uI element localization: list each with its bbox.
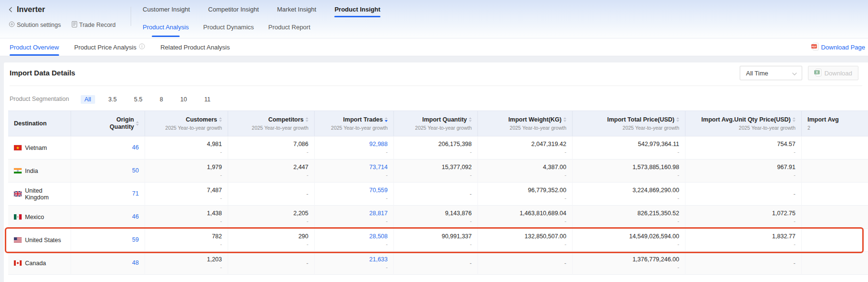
time-range-select[interactable]: All Time (740, 66, 802, 80)
growth-value: - (794, 241, 795, 248)
metric-value[interactable]: 70,559 (369, 186, 388, 195)
metric-cell: - (478, 252, 573, 275)
table-row-canada[interactable]: Canada481,203--21,633---1,376,779,246.00… (8, 252, 868, 275)
sort-icon[interactable] (136, 121, 139, 126)
metric-value[interactable]: 73,714 (369, 163, 388, 172)
download-page-button[interactable]: PDF Download Page (811, 38, 865, 56)
sort-icon[interactable] (469, 117, 472, 122)
sort-icon[interactable] (385, 117, 388, 122)
metric-cell (802, 252, 868, 275)
table-row-mexico[interactable]: Mexico461,438-2,205-28,817-9,143,876-1,4… (8, 206, 868, 229)
tab-product-overview[interactable]: Product Overview (10, 38, 59, 56)
origin-quantity-value[interactable]: 59 (132, 236, 139, 244)
quick-links: Solution settings Trade Record (9, 21, 116, 29)
metric-value: 1,438 (207, 209, 222, 218)
metric-cell (802, 136, 868, 159)
trade-record-link[interactable]: Trade Record (72, 21, 116, 29)
sort-asc-icon[interactable] (306, 117, 308, 119)
growth-value: - (677, 264, 679, 271)
metric-value: 1,203 (207, 256, 222, 264)
column-header-import-avg: Import Avg2 (802, 111, 868, 136)
sort-desc-icon[interactable] (676, 120, 679, 122)
destination-label: United Kingdom (25, 187, 65, 201)
metric-value: 7,487 (207, 186, 222, 195)
tab-related-product-analysis[interactable]: Related Product Analysis (160, 38, 230, 56)
sort-asc-icon[interactable] (385, 117, 388, 119)
sort-desc-icon[interactable] (793, 120, 795, 122)
metric-value: 206,175,398 (438, 140, 472, 148)
column-header-import-avg-unit-qty-price-usd: Import Avg.Unit Qty Price(USD)2025 Year-… (685, 111, 802, 136)
growth-value: - (677, 218, 679, 225)
segmentation-option-8[interactable]: 8 (156, 95, 167, 104)
growth-value: - (386, 195, 388, 202)
origin-quantity-value[interactable]: 50 (132, 167, 139, 175)
divider (10, 86, 862, 86)
sort-desc-icon[interactable] (469, 120, 472, 122)
growth-value: - (306, 172, 308, 179)
tab-product-analysis[interactable]: Product Analysis (143, 22, 189, 33)
download-button[interactable]: X Download (808, 66, 858, 80)
sort-icon[interactable] (306, 117, 308, 122)
excel-icon: X (814, 69, 821, 78)
tab-customer-insight[interactable]: Customer Insight (143, 4, 190, 15)
sort-icon[interactable] (676, 117, 679, 122)
segmentation-option-11[interactable]: 11 (200, 95, 214, 104)
tab-product-insight[interactable]: Product Insight (334, 4, 380, 15)
metric-value[interactable]: 92,988 (369, 140, 388, 148)
sort-desc-icon[interactable] (385, 120, 388, 122)
metric-value: 1,376,779,246.00 (633, 256, 679, 264)
origin-quantity-value[interactable]: 71 (132, 190, 139, 198)
metric-value: 782 (212, 233, 222, 241)
table-row-india[interactable]: India501,979-2,447-73,714-15,377,092-4,3… (8, 159, 868, 183)
tab-product-dynamics[interactable]: Product Dynamics (203, 22, 254, 33)
column-header-import-quantity: Import Quantity2025 Year-to-year growth (394, 111, 478, 136)
sort-desc-icon[interactable] (136, 124, 139, 126)
sort-desc-icon[interactable] (306, 120, 308, 122)
table-row-united-kingdom[interactable]: United Kingdom717,487--70,559--96,779,35… (8, 183, 868, 206)
segmentation-option-10[interactable]: 10 (176, 95, 191, 104)
sort-icon[interactable] (219, 117, 222, 122)
origin-quantity-cell: 71 (71, 183, 145, 206)
origin-quantity-cell: 46 (71, 136, 145, 159)
metric-value[interactable]: 28,508 (369, 233, 388, 241)
metric-cell: 826,215,350.52- (573, 206, 685, 229)
tab-product-price-analysis[interactable]: Product Price Analysis (74, 38, 145, 56)
tab-product-report[interactable]: Product Report (269, 22, 310, 33)
tab-competitor-insight[interactable]: Competitor Insight (208, 4, 259, 15)
table-row-united-states[interactable]: United States59782-290-28,508-90,991,337… (8, 229, 868, 252)
destination-label: Mexico (25, 214, 44, 221)
metric-cell: 1,438- (145, 206, 228, 229)
metric-value: 9,143,876 (445, 209, 472, 218)
sort-icon[interactable] (793, 117, 795, 122)
origin-quantity-value[interactable]: 46 (132, 213, 139, 221)
column-header-competitors: Competitors2025 Year-to-year growth (228, 111, 315, 136)
column-subheader: 2025 Year-to-year growth (252, 124, 308, 131)
sort-asc-icon[interactable] (676, 117, 679, 119)
chevron-down-icon (792, 70, 797, 77)
segmentation-option-all[interactable]: All (81, 95, 95, 104)
table-row-vietnam[interactable]: Vietnam464,981-7,086-92,988-206,175,398-… (8, 136, 868, 159)
sort-asc-icon[interactable] (136, 121, 139, 123)
tab-market-insight[interactable]: Market Insight (277, 4, 317, 15)
sort-desc-icon[interactable] (563, 120, 566, 122)
solution-settings-link[interactable]: Solution settings (9, 21, 61, 29)
sort-asc-icon[interactable] (563, 117, 566, 119)
metric-value[interactable]: 21,633 (369, 256, 388, 264)
sort-asc-icon[interactable] (219, 117, 222, 119)
sort-icon[interactable] (563, 117, 566, 122)
segmentation-option-5-5[interactable]: 5.5 (130, 95, 146, 104)
metric-value[interactable]: 28,817 (369, 209, 388, 218)
svg-text:PDF: PDF (812, 45, 817, 48)
time-range-value: All Time (746, 70, 768, 77)
import-data-table: DestinationOrigin QuantityCustomers2025 … (8, 110, 868, 275)
growth-value: - (794, 218, 795, 225)
origin-quantity-value[interactable]: 46 (132, 144, 139, 152)
sort-asc-icon[interactable] (469, 117, 472, 119)
sort-desc-icon[interactable] (219, 120, 222, 122)
back-icon[interactable] (9, 7, 12, 12)
segmentation-option-3-5[interactable]: 3.5 (105, 95, 121, 104)
origin-quantity-value[interactable]: 48 (132, 259, 139, 267)
sort-asc-icon[interactable] (793, 117, 795, 119)
column-label: Competitors (268, 116, 304, 123)
growth-value: - (386, 218, 388, 225)
